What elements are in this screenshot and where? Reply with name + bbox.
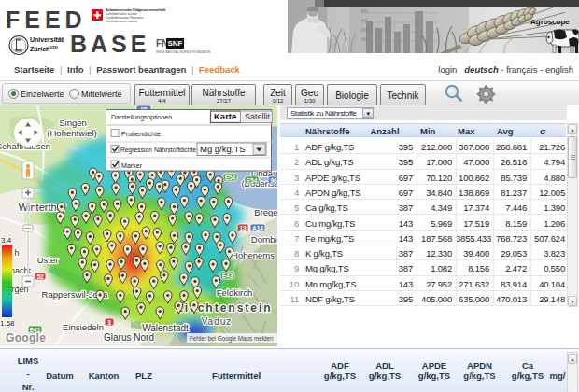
svg-text:Google: Google: [6, 331, 46, 344]
svg-text:100: 100: [361, 36, 368, 41]
svg-text:200: 200: [361, 27, 368, 32]
svg-text:Hohenems: Hohenems: [232, 250, 275, 260]
svg-text:Mg g/kg,TS: Mg g/kg,TS: [200, 144, 246, 154]
svg-text:52: 52: [36, 273, 44, 280]
svg-text:Walenstadt: Walenstadt: [142, 323, 189, 333]
svg-text:Karte: Karte: [214, 111, 236, 121]
svg-text:Regression Nährstoffdichte: Regression Nährstoffdichte: [120, 146, 196, 154]
svg-text:Agroscope: Agroscope: [530, 18, 570, 26]
svg-text:E54: E54: [225, 175, 236, 181]
svg-text:E43: E43: [222, 273, 233, 279]
svg-text:Dornbirn: Dornbirn: [251, 234, 277, 245]
svg-text:3.4: 3.4: [1, 236, 12, 245]
svg-text:h: h: [14, 248, 19, 258]
svg-text:96: 96: [270, 177, 277, 184]
svg-text:Satellit: Satellit: [245, 112, 271, 121]
svg-text:(Hohentwiel): (Hohentwiel): [47, 128, 96, 138]
svg-text:Fehler bei Google Maps melden: Fehler bei Google Maps melden: [190, 335, 274, 343]
svg-text:Darstellungsoptionen: Darstellungsoptionen: [111, 113, 172, 121]
svg-text:300: 300: [361, 18, 368, 22]
svg-text:Feldkirch: Feldkirch: [217, 287, 253, 298]
svg-text:Bregenz: Bregenz: [254, 207, 277, 217]
svg-text:Glarus Nord: Glarus Nord: [104, 332, 154, 343]
svg-text:13: 13: [239, 225, 247, 231]
svg-text:Uster: Uster: [37, 255, 59, 265]
svg-text:1.68: 1.68: [0, 319, 15, 328]
svg-text:Marker: Marker: [121, 161, 143, 170]
svg-text:Vaduz: Vaduz: [202, 316, 233, 327]
svg-text:Probendichte: Probendichte: [121, 130, 161, 138]
svg-text:Einsiedeln: Einsiedeln: [63, 322, 104, 332]
svg-text:A14: A14: [252, 225, 263, 231]
svg-text:Singen: Singen: [59, 118, 87, 128]
svg-text:400: 400: [361, 8, 368, 13]
svg-text:E54: E54: [247, 177, 258, 184]
svg-text:3: 3: [107, 319, 111, 326]
